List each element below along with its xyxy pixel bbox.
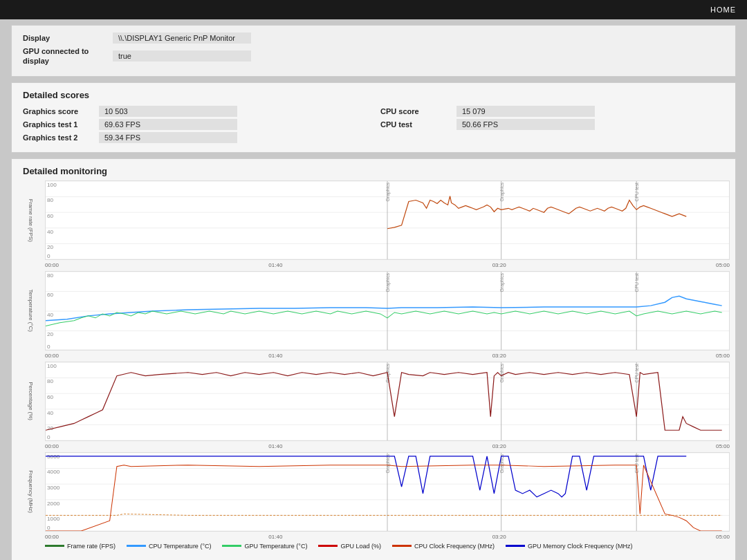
svg-text:100: 100 bbox=[47, 182, 57, 188]
graphics-test2-value: 59.34 FPS bbox=[99, 132, 237, 143]
svg-text:0: 0 bbox=[47, 253, 50, 259]
svg-text:60: 60 bbox=[47, 394, 54, 400]
svg-text:Graphics test 2: Graphics test 2 bbox=[499, 181, 505, 201]
svg-text:80: 80 bbox=[47, 378, 54, 384]
graphics-score-label: Graphics score bbox=[23, 107, 99, 115]
cpu-score-row: CPU score 15 079 bbox=[380, 106, 724, 117]
graphics-test1-label: Graphics test 1 bbox=[23, 120, 99, 129]
legend-gpu-mem-clock: GPU Memory Clock Frequency (MHz) bbox=[506, 543, 633, 550]
chart-percentage: Percentage (%) 100 80 60 40 20 0 bbox=[17, 362, 730, 441]
gpu-value: true bbox=[113, 50, 251, 62]
svg-text:Graphics test 1: Graphics test 1 bbox=[385, 272, 391, 292]
legend-color-cpu-clock bbox=[392, 545, 412, 547]
legend-color-gpu-mem-clock bbox=[506, 545, 525, 547]
chart-frequency: Frequency (MHz) 5000 4000 3000 2000 1000… bbox=[17, 452, 730, 532]
svg-text:0: 0 bbox=[47, 434, 50, 440]
svg-text:0: 0 bbox=[47, 525, 50, 531]
svg-text:100: 100 bbox=[47, 363, 57, 369]
legend-gpu-load: GPU Load (%) bbox=[318, 543, 381, 550]
top-bar: HOME bbox=[0, 0, 747, 19]
svg-text:CPU test: CPU test bbox=[634, 183, 639, 202]
ylabel-framerate: Frame rate (FPS) bbox=[17, 180, 45, 260]
graphics-test2-label: Graphics test 2 bbox=[23, 133, 99, 142]
legend-color-gpu-temp bbox=[222, 545, 241, 547]
svg-text:60: 60 bbox=[47, 213, 54, 219]
svg-text:0: 0 bbox=[47, 344, 50, 350]
gpu-label: GPU connected to display bbox=[23, 46, 113, 66]
ylabel-temperature: Temperature (°C) bbox=[17, 271, 45, 351]
graphics-test2-row: Graphics test 2 59.34 FPS bbox=[23, 132, 367, 143]
chart-framerate: Frame rate (FPS) 100 80 60 40 20 bbox=[17, 180, 730, 260]
svg-text:80: 80 bbox=[47, 272, 54, 279]
legend-color-cpu-temp bbox=[127, 545, 146, 547]
chart-temperature: Temperature (°C) 80 60 40 20 0 bbox=[17, 271, 730, 351]
cpu-test-value: 50.66 FPS bbox=[456, 119, 595, 130]
scores-right: CPU score 15 079 CPU test 50.66 FPS bbox=[380, 106, 724, 145]
display-value: \\.\DISPLAY1 Generic PnP Monitor bbox=[113, 32, 251, 44]
svg-text:1000: 1000 bbox=[47, 516, 60, 522]
monitoring-section: Detailed monitoring Frame rate (FPS) 100… bbox=[11, 158, 736, 560]
scores-left: Graphics score 10 503 Graphics test 1 69… bbox=[23, 106, 367, 145]
monitoring-title: Detailed monitoring bbox=[17, 166, 730, 176]
scores-grid: Graphics score 10 503 Graphics test 1 69… bbox=[23, 106, 724, 145]
legend-color-framerate bbox=[45, 545, 64, 547]
chart-area-percentage: 100 80 60 40 20 0 Graphics test 1 Graphi… bbox=[45, 362, 730, 441]
gpu-row: GPU connected to display true bbox=[23, 46, 724, 66]
legend-label-cpu-temp: CPU Temperature (°C) bbox=[149, 543, 211, 550]
svg-text:40: 40 bbox=[47, 228, 54, 234]
chart-area-frequency: 5000 4000 3000 2000 1000 0 Graphics test… bbox=[45, 452, 730, 532]
legend-label-cpu-clock: CPU Clock Frequency (MHz) bbox=[414, 543, 495, 550]
svg-text:CPU test: CPU test bbox=[634, 273, 639, 292]
cpu-test-label: CPU test bbox=[380, 120, 456, 129]
graphics-test1-value: 69.63 FPS bbox=[99, 119, 237, 130]
graphics-score-row: Graphics score 10 503 bbox=[23, 106, 367, 117]
svg-text:Graphics test 2: Graphics test 2 bbox=[499, 272, 505, 292]
legend-cpu-clock: CPU Clock Frequency (MHz) bbox=[392, 543, 495, 550]
svg-text:60: 60 bbox=[47, 292, 54, 298]
graphics-test1-row: Graphics test 1 69.63 FPS bbox=[23, 119, 367, 130]
svg-text:CPU test: CPU test bbox=[634, 364, 639, 383]
ylabel-frequency: Frequency (MHz) bbox=[17, 452, 45, 532]
svg-text:3000: 3000 bbox=[47, 485, 60, 491]
xaxis-percentage: 00:0001:4003:2005:00 bbox=[17, 442, 730, 449]
svg-text:40: 40 bbox=[47, 409, 54, 416]
cpu-test-row: CPU test 50.66 FPS bbox=[380, 119, 724, 130]
legend-label-gpu-mem-clock: GPU Memory Clock Frequency (MHz) bbox=[528, 543, 633, 550]
xaxis-framerate: 00:0001:4003:2005:00 bbox=[17, 261, 730, 268]
xaxis-frequency: 00:0001:4003:2005:00 bbox=[17, 533, 730, 540]
scores-title: Detailed scores bbox=[23, 90, 724, 100]
scores-section: Detailed scores Graphics score 10 503 Gr… bbox=[11, 82, 736, 153]
legend-color-gpu-load bbox=[318, 545, 338, 547]
legend-label-framerate: Frame rate (FPS) bbox=[67, 543, 116, 550]
graphics-score-value: 10 503 bbox=[99, 106, 237, 117]
svg-text:80: 80 bbox=[47, 197, 54, 203]
chart-area-framerate: 100 80 60 40 20 0 Graphics test 1 Graphi… bbox=[45, 180, 730, 260]
display-row: Display \\.\DISPLAY1 Generic PnP Monitor bbox=[23, 32, 724, 44]
legend-gpu-temp: GPU Temperature (°C) bbox=[222, 543, 307, 550]
svg-text:2000: 2000 bbox=[47, 500, 60, 506]
cpu-score-value: 15 079 bbox=[456, 106, 595, 117]
legend-label-gpu-load: GPU Load (%) bbox=[340, 543, 381, 550]
svg-text:4000: 4000 bbox=[47, 469, 60, 475]
legend-bar: Frame rate (FPS) CPU Temperature (°C) GP… bbox=[17, 540, 730, 560]
svg-text:20: 20 bbox=[47, 244, 54, 250]
chart-area-temperature: 80 60 40 20 0 Graphics test 1 Graphics t… bbox=[45, 271, 730, 351]
xaxis-temperature: 00:0001:4003:2005:00 bbox=[17, 352, 730, 359]
svg-text:40: 40 bbox=[47, 312, 54, 318]
ylabel-percentage: Percentage (%) bbox=[17, 362, 45, 441]
svg-text:Graphics test 1: Graphics test 1 bbox=[385, 181, 391, 201]
svg-text:Graphics test 2: Graphics test 2 bbox=[499, 362, 505, 382]
display-info-section: Display \\.\DISPLAY1 Generic PnP Monitor… bbox=[11, 25, 736, 77]
home-button[interactable]: HOME bbox=[710, 6, 736, 14]
legend-framerate: Frame rate (FPS) bbox=[45, 543, 116, 550]
legend-cpu-temp: CPU Temperature (°C) bbox=[127, 543, 211, 550]
svg-text:20: 20 bbox=[47, 331, 54, 337]
display-label: Display bbox=[23, 34, 113, 42]
legend-label-gpu-temp: GPU Temperature (°C) bbox=[244, 543, 307, 550]
cpu-score-label: CPU score bbox=[380, 107, 456, 115]
